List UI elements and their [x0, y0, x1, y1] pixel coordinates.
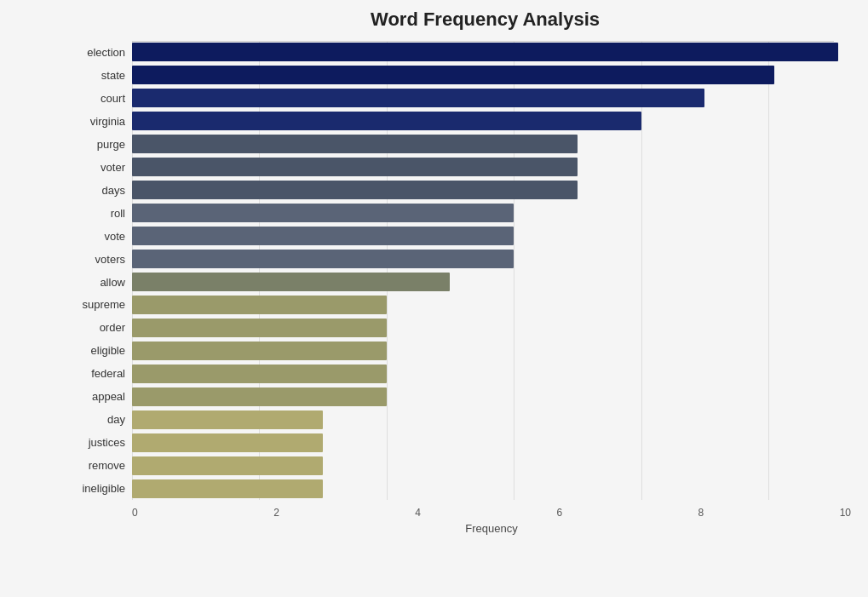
- bar-track: [132, 365, 851, 383]
- bar-label: eligible: [68, 344, 132, 357]
- bar-fill: [132, 433, 323, 452]
- bar-track: [132, 319, 851, 337]
- bar-track: [132, 410, 851, 429]
- bar-track: [132, 158, 851, 176]
- x-axis: 0246810: [132, 503, 851, 519]
- x-tick: 0: [132, 507, 138, 519]
- bar-fill: [132, 342, 387, 360]
- table-row: days: [68, 179, 851, 202]
- bar-track: [132, 135, 851, 153]
- bar-fill: [132, 479, 323, 498]
- table-row: virginia: [68, 110, 851, 133]
- bar-fill: [132, 410, 323, 429]
- table-row: voter: [68, 156, 851, 179]
- bar-label: federal: [68, 367, 132, 380]
- bar-track: [132, 456, 851, 475]
- x-tick: 2: [273, 507, 279, 519]
- bar-fill: [132, 89, 704, 107]
- x-tick: 4: [415, 507, 421, 519]
- x-axis-label: Frequency: [132, 522, 851, 535]
- table-row: order: [68, 316, 851, 339]
- bar-label: supreme: [68, 298, 132, 311]
- chart-title: Word Frequency Analysis: [68, 9, 851, 31]
- table-row: allow: [68, 271, 851, 294]
- bar-label: virginia: [68, 115, 132, 128]
- bar-track: [132, 342, 851, 360]
- table-row: appeal: [68, 385, 851, 408]
- bar-fill: [132, 158, 578, 176]
- table-row: roll: [68, 202, 851, 225]
- chart-area: electionstatecourtvirginiapurgevoterdays…: [68, 41, 851, 535]
- table-row: vote: [68, 225, 851, 248]
- bar-fill: [132, 250, 514, 268]
- bar-track: [132, 479, 851, 498]
- bar-track: [132, 204, 851, 222]
- table-row: election: [68, 41, 851, 64]
- bar-label: voter: [68, 161, 132, 174]
- bar-fill: [132, 319, 387, 337]
- bar-track: [132, 227, 851, 245]
- bar-label: purge: [68, 138, 132, 151]
- bar-track: [132, 112, 851, 130]
- bar-fill: [132, 365, 387, 383]
- bar-fill: [132, 66, 774, 84]
- bar-fill: [132, 456, 323, 475]
- bar-track: [132, 66, 851, 84]
- x-ticks: 0246810: [132, 503, 851, 519]
- bar-label: ineligible: [68, 482, 132, 495]
- table-row: state: [68, 64, 851, 87]
- bar-label: day: [68, 413, 132, 426]
- table-row: federal: [68, 362, 851, 385]
- bar-label: allow: [68, 276, 132, 289]
- chart-container: Word Frequency Analysis electionstatecou…: [0, 0, 868, 597]
- bar-label: state: [68, 69, 132, 82]
- bar-track: [132, 433, 851, 452]
- x-axis-line: [132, 41, 834, 42]
- table-row: eligible: [68, 339, 851, 362]
- bar-label: vote: [68, 230, 132, 243]
- bar-label: election: [68, 46, 132, 59]
- bar-label: justices: [68, 436, 132, 449]
- x-tick: 6: [556, 507, 562, 519]
- bars-wrapper: electionstatecourtvirginiapurgevoterdays…: [68, 41, 851, 500]
- bar-fill: [132, 387, 387, 406]
- bar-fill: [132, 43, 838, 61]
- bar-track: [132, 296, 851, 314]
- bar-label: remove: [68, 459, 132, 472]
- table-row: voters: [68, 248, 851, 271]
- table-row: court: [68, 87, 851, 110]
- bar-label: appeal: [68, 390, 132, 403]
- bar-fill: [132, 112, 641, 130]
- bar-fill: [132, 296, 387, 314]
- bar-track: [132, 250, 851, 268]
- bar-track: [132, 273, 851, 291]
- bar-label: days: [68, 184, 132, 197]
- bar-fill: [132, 181, 578, 199]
- bar-track: [132, 181, 851, 199]
- bar-track: [132, 43, 851, 61]
- table-row: ineligible: [68, 477, 851, 500]
- bar-label: voters: [68, 253, 132, 266]
- bar-track: [132, 387, 851, 406]
- bar-fill: [132, 135, 578, 153]
- table-row: remove: [68, 454, 851, 477]
- x-tick: 10: [840, 507, 851, 519]
- table-row: justices: [68, 431, 851, 454]
- table-row: supreme: [68, 293, 851, 316]
- bar-fill: [132, 227, 514, 245]
- bar-label: roll: [68, 207, 132, 220]
- bar-fill: [132, 273, 450, 291]
- x-tick: 8: [698, 507, 704, 519]
- table-row: day: [68, 408, 851, 431]
- bar-label: order: [68, 321, 132, 334]
- bar-fill: [132, 204, 514, 222]
- bar-track: [132, 89, 851, 107]
- bar-label: court: [68, 92, 132, 105]
- table-row: purge: [68, 133, 851, 156]
